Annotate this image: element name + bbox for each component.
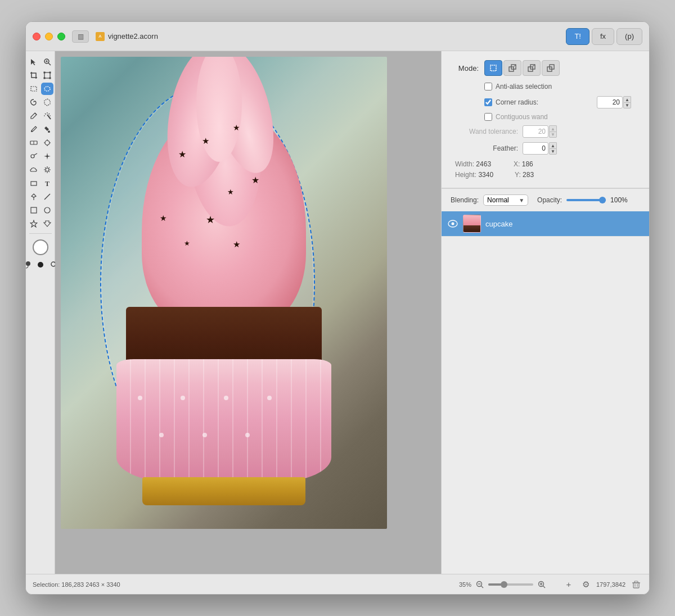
corner-radius-row: Corner radius: ▲ ▼ (451, 96, 640, 108)
svg-rect-6 (49, 72, 51, 74)
rect-shape-tool[interactable] (28, 177, 40, 189)
svg-line-28 (45, 167, 46, 168)
gear-button[interactable]: ⚙ (579, 578, 592, 591)
star-sprinkle: ★ (251, 175, 259, 185)
feather-input[interactable] (523, 142, 548, 155)
feather-up[interactable]: ▲ (549, 142, 557, 148)
opacity-slider[interactable] (566, 199, 606, 201)
poly-lasso-tool[interactable] (41, 96, 53, 108)
star-sprinkle: ★ (206, 214, 215, 226)
layer-item[interactable]: cupcake (442, 211, 649, 237)
wand-tolerance-up[interactable]: ▲ (549, 125, 557, 132)
wand-tolerance-label: Wand tolerance: (451, 128, 518, 135)
rect-select-tool[interactable] (28, 83, 40, 95)
zoom-tool[interactable] (41, 56, 53, 68)
ellipse-select-tool[interactable] (41, 83, 53, 95)
wand-tolerance-stepper: ▲ ▼ (549, 125, 557, 138)
select-tool[interactable] (28, 56, 40, 68)
line-tool[interactable] (41, 191, 53, 203)
anti-alias-row: Anti-alias selection (451, 83, 640, 90)
star-sprinkle: ★ (160, 214, 167, 223)
contiguous-wand-label: Contiguous wand (496, 113, 640, 121)
corner-radius-input[interactable] (597, 96, 623, 108)
crop-tool[interactable] (28, 69, 40, 81)
filename-display: A vignette2.acorn (96, 32, 158, 41)
mode-add-button[interactable] (503, 60, 521, 76)
tool-row-8 (28, 150, 53, 162)
tool-row-12 (28, 204, 53, 216)
y-label: Y: (515, 171, 521, 179)
svg-line-35 (44, 194, 50, 200)
anti-alias-checkbox[interactable] (484, 83, 492, 90)
pencil-tool[interactable] (28, 110, 40, 122)
close-button[interactable] (33, 33, 40, 40)
tools-panel: T (26, 51, 55, 574)
sparkle-tool[interactable] (41, 150, 53, 162)
corner-radius-checkbox[interactable] (484, 98, 492, 106)
svg-marker-38 (30, 220, 37, 227)
lasso-tool[interactable] (28, 96, 40, 108)
mode-intersect-button[interactable] (542, 60, 560, 76)
svg-rect-62 (633, 583, 639, 588)
transform-tool[interactable] (41, 69, 53, 81)
clone-stamp-tool[interactable] (41, 137, 53, 149)
blending-mode-value: Normal (487, 196, 509, 204)
tools-button[interactable]: T! (566, 28, 590, 45)
mode-new-button[interactable] (484, 60, 502, 76)
right-panel: Mode: (441, 51, 649, 574)
svg-rect-44 (490, 65, 496, 71)
wand-tolerance-input[interactable] (523, 125, 548, 138)
canvas-area[interactable]: ★ ★ ★ ★ ★ ★ ★ ★ ★ (55, 51, 441, 574)
canvas-coordinates: 1797,3842 (596, 581, 626, 588)
delete-layer-button[interactable] (630, 578, 642, 591)
svg-marker-11 (44, 99, 50, 106)
x-value: 186 (522, 160, 533, 168)
zoom-out-button[interactable] (475, 579, 485, 590)
minimize-button[interactable] (45, 33, 53, 40)
svg-rect-7 (43, 78, 45, 79)
zoom-in-button[interactable] (537, 579, 547, 590)
paint-bucket-tool[interactable] (41, 123, 53, 135)
maximize-button[interactable] (57, 33, 65, 40)
tool-row-11 (28, 191, 53, 203)
corner-radius-up[interactable]: ▲ (623, 96, 631, 102)
layer-visibility-toggle[interactable] (447, 218, 458, 229)
svg-rect-64 (634, 581, 638, 583)
circle-outline-tool[interactable] (41, 204, 53, 216)
black-color-btn[interactable] (34, 259, 47, 271)
anti-alias-label: Anti-alias selection (496, 83, 640, 90)
magic-wand-tool[interactable] (41, 110, 53, 122)
add-layer-button[interactable]: + (562, 578, 575, 591)
p-button[interactable]: (p) (616, 28, 642, 45)
text-tool[interactable]: T (41, 177, 53, 189)
contiguous-wand-checkbox[interactable] (484, 113, 492, 121)
smudge-tool[interactable] (28, 150, 40, 162)
blending-section: Blending: Normal ▼ Opacity: 100% (442, 188, 649, 211)
sidebar-toggle-button[interactable]: ▥ (72, 30, 89, 43)
rect-outline-tool[interactable] (28, 204, 40, 216)
eraser-tool[interactable] (28, 137, 40, 149)
corner-radius-down[interactable]: ▼ (623, 102, 631, 108)
titlebar: ▥ A vignette2.acorn T! fx (p) (26, 22, 649, 51)
wand-tolerance-down[interactable]: ▼ (549, 132, 557, 138)
feather-down[interactable]: ▼ (549, 148, 557, 155)
zoom-slider[interactable] (488, 583, 533, 586)
cloud-shape-tool[interactable] (28, 164, 40, 176)
tool-row-13 (28, 218, 53, 230)
eyedropper-tool[interactable] (28, 123, 40, 135)
svg-line-59 (543, 586, 546, 588)
color-selector[interactable] (33, 239, 48, 255)
y-display: Y: 283 (515, 171, 534, 179)
svg-point-37 (44, 207, 50, 213)
arrow-tool[interactable] (41, 218, 53, 230)
mode-subtract-button[interactable] (523, 60, 541, 76)
brightness-tool[interactable] (41, 164, 53, 176)
blending-select[interactable]: Normal ▼ (483, 194, 528, 206)
star-tool[interactable] (28, 218, 40, 230)
bottom-right-controls: + ⚙ 1797,3842 (562, 578, 642, 591)
svg-point-10 (44, 87, 50, 91)
swap-colors-icon[interactable] (26, 259, 33, 271)
mode-buttons (484, 60, 560, 76)
pen-tool[interactable] (28, 191, 40, 203)
fx-button[interactable]: fx (592, 28, 614, 45)
